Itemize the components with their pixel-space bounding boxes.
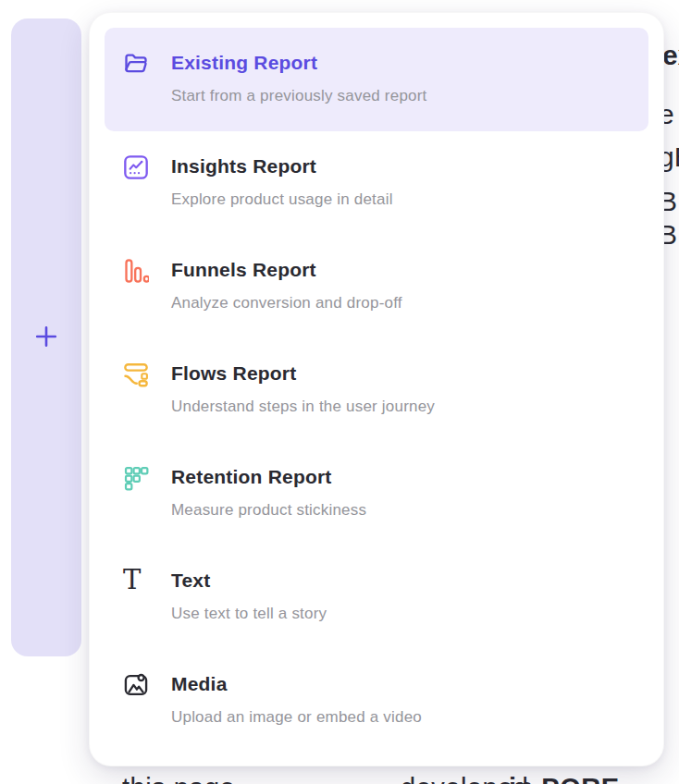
menu-item-title: Flows Report [171,361,435,386]
media-image-icon [123,672,151,700]
background-text-fragment: this page [122,773,235,784]
text-icon: T [123,569,151,596]
menu-item-media[interactable]: Media Upload an image or embed a video [105,649,648,753]
menu-item-subtitle: Explore product usage in detail [171,190,393,210]
menu-item-retention-report[interactable]: Retention Report Measure product stickin… [105,442,648,545]
flows-sankey-icon [123,361,151,389]
menu-item-flows-report[interactable]: Flows Report Understand steps in the use… [105,338,648,442]
menu-item-subtitle: Understand steps in the user journey [171,397,435,417]
background-text-fragment: in PORE [509,773,620,784]
menu-item-subtitle: Start from a previously saved report [171,86,426,106]
funnels-bars-icon [123,258,151,286]
insights-chart-icon [123,154,151,182]
board-side-rail [11,18,81,656]
add-item-button[interactable] [28,318,65,358]
menu-item-title: Media [171,671,422,696]
background-text-fragment: ex [662,41,679,70]
menu-item-title: Text [171,568,327,593]
menu-item-subtitle: Measure product stickiness [171,500,366,521]
menu-item-funnels-report[interactable]: Funnels Report Analyze conversion and dr… [105,235,648,338]
plus-icon [33,324,59,352]
folder-open-icon [123,51,151,79]
menu-item-title: Insights Report [171,153,393,178]
menu-item-subtitle: Use text to tell a story [171,604,327,624]
menu-item-subtitle: Analyze conversion and drop-off [171,293,402,313]
menu-item-title: Retention Report [171,464,366,489]
menu-item-title: Existing Report [171,50,426,75]
menu-item-insights-report[interactable]: Insights Report Explore product usage in… [105,131,648,235]
menu-item-text[interactable]: T Text Use text to tell a story [105,545,648,649]
menu-item-existing-report[interactable]: Existing Report Start from a previously … [105,28,648,131]
retention-grid-icon [123,465,151,493]
board-canvas: ex e gB B B this page developed in PORE [0,0,679,784]
menu-item-subtitle: Upload an image or embed a video [171,707,422,728]
menu-item-title: Funnels Report [171,257,402,282]
add-report-menu: Existing Report Start from a previously … [89,12,664,766]
